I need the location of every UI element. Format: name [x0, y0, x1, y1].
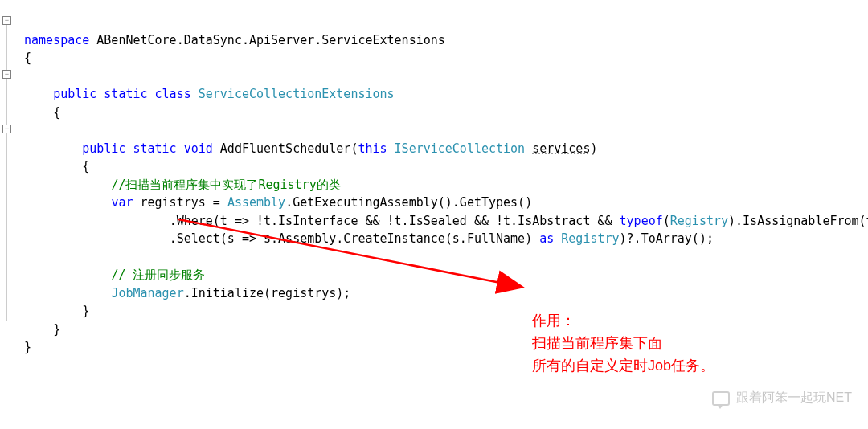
watermark: 跟着阿笨一起玩NET: [712, 390, 852, 407]
comment-scan: //扫描当前程序集中实现了Registry的类: [111, 178, 340, 192]
brace: }: [24, 340, 31, 354]
gutter-line: [6, 19, 7, 321]
class-name: ServiceCollectionExtensions: [199, 87, 395, 101]
var-registrys: registrys =: [133, 195, 227, 210]
type-registry: Registry: [670, 214, 728, 228]
where-pre: .Where(t => !t.IsInterface && !t.IsSeale…: [170, 214, 620, 228]
fold-toggle-namespace[interactable]: −: [2, 16, 11, 25]
get-executing: .GetExecutingAssembly().GetTypes(): [285, 195, 532, 210]
select-pre: .Select(s => s.Assembly.CreateInstance(s…: [170, 231, 540, 246]
brace: {: [53, 105, 60, 120]
annotation-line1: 作用：: [532, 309, 714, 332]
brace: {: [82, 159, 89, 174]
annotation-line3: 所有的自定义定时Job任务。: [532, 354, 714, 377]
fold-toggle-method[interactable]: −: [2, 125, 11, 133]
select-post: )?.ToArray();: [620, 231, 714, 246]
where-post: ).IsAssignableFrom(t)): [728, 214, 868, 228]
namespace-name: ABenNetCore.DataSync.ApiServer.ServiceEx…: [89, 33, 445, 47]
param-services: services: [532, 141, 590, 156]
keyword-var: var: [111, 195, 133, 210]
brace: {: [24, 51, 31, 65]
keyword-typeof: typeof: [620, 214, 663, 228]
class-modifiers: public static class: [53, 87, 199, 101]
space: [554, 231, 561, 246]
method-name: AddFluentScheduler(: [220, 141, 358, 156]
lparen: (: [663, 214, 670, 228]
code-content: namespace ABenNetCore.DataSync.ApiServer…: [24, 31, 868, 357]
method-modifiers: public static void: [82, 141, 220, 156]
annotation-line2: 扫描当前程序集下面: [532, 332, 714, 354]
type-iservicecollection: IServiceCollection: [387, 141, 533, 156]
annotation-text: 作用： 扫描当前程序集下面 所有的自定义定时Job任务。: [532, 309, 714, 377]
keyword-as: as: [539, 231, 554, 246]
watermark-text: 跟着阿笨一起玩NET: [736, 390, 852, 407]
fold-toggle-class[interactable]: −: [2, 70, 11, 79]
keyword-this: this: [358, 141, 387, 156]
type-jobmanager: JobManager: [111, 286, 183, 300]
wechat-icon: [712, 391, 730, 406]
type-registry-2: Registry: [561, 231, 619, 246]
type-assembly: Assembly: [227, 195, 285, 210]
comment-register: // 注册同步服务: [111, 268, 205, 282]
code-editor[interactable]: namespace ABenNetCore.DataSync.ApiServer…: [0, 0, 868, 374]
brace: }: [82, 304, 89, 318]
initialize-call: .Initialize(registrys);: [184, 286, 351, 300]
close-paren: ): [590, 141, 597, 156]
keyword-namespace: namespace: [24, 33, 89, 47]
brace: }: [53, 322, 60, 337]
